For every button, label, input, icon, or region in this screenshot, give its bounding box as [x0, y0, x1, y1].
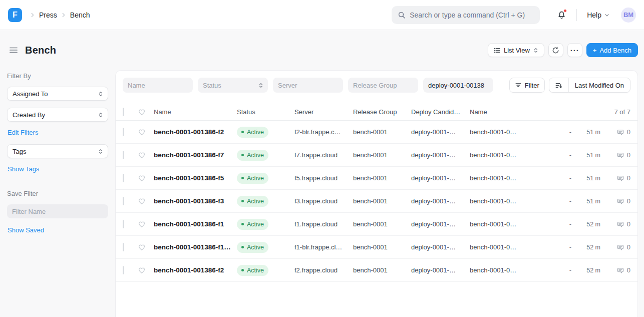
list-view-icon: [493, 47, 501, 54]
deploy-candidate-filter-value[interactable]: deploy-0001-00138: [423, 78, 493, 93]
server-filter-input[interactable]: [273, 78, 343, 93]
bench-name[interactable]: bench-0001-001386-f2: [154, 266, 237, 274]
server-cell: f1-blr.frappe.cl…: [294, 243, 353, 251]
bench-name[interactable]: bench-0001-001386-f2: [154, 128, 237, 136]
notifications-bell-icon[interactable]: [557, 10, 566, 20]
column-header-release-group[interactable]: Release Group: [353, 108, 411, 116]
column-header-name[interactable]: Name: [154, 108, 237, 116]
search-input[interactable]: [410, 11, 534, 19]
status-badge: Active: [237, 265, 268, 276]
deploy-candidate-cell: deploy-0001-…: [411, 128, 470, 136]
favorite-heart-icon[interactable]: [138, 128, 146, 136]
favorite-heart-icon[interactable]: [138, 197, 146, 205]
created-by-select[interactable]: Created By: [7, 108, 108, 122]
table-header-row: Name Status Server Release Group Deploy …: [116, 104, 637, 121]
favorite-heart-icon[interactable]: [138, 243, 146, 251]
name-filter-input[interactable]: [123, 78, 193, 93]
comment-icon: [616, 220, 624, 228]
frappe-logo-icon[interactable]: F: [8, 8, 22, 22]
deploy-candidate-cell: deploy-0001-…: [411, 197, 470, 205]
row-checkbox[interactable]: [123, 151, 124, 159]
filter-button[interactable]: Filter: [509, 78, 545, 93]
row-checkbox[interactable]: [123, 197, 124, 205]
comments-cell[interactable]: 0: [608, 151, 630, 159]
edit-filters-link[interactable]: Edit Filters: [8, 129, 38, 136]
show-saved-link[interactable]: Show Saved: [8, 226, 44, 234]
comments-cell[interactable]: 0: [608, 220, 630, 228]
favorite-heart-icon[interactable]: [138, 266, 146, 274]
status-label: Active: [247, 198, 264, 205]
status-dot-icon: [241, 200, 244, 202]
bench-name[interactable]: bench-0001-001386-f3: [154, 197, 237, 205]
tags-select[interactable]: Tags: [7, 144, 108, 158]
name2-cell: bench-0001-0…: [470, 128, 564, 136]
release-group-cell: bench-0001: [353, 197, 411, 205]
comments-cell[interactable]: 0: [608, 174, 630, 182]
table-row[interactable]: bench-0001-001386-f2 Active f2-blr.frapp…: [116, 121, 637, 144]
empty-value-cell: -: [564, 243, 576, 251]
chevron-updown-icon: [533, 47, 539, 54]
filter-name-input[interactable]: [7, 204, 108, 218]
table-row[interactable]: bench-0001-001386-f3 Active f3.frappe.cl…: [116, 190, 637, 213]
filter-lines-icon: [515, 82, 522, 89]
table-row[interactable]: bench-0001-001386-f2 Active f2.frappe.cl…: [116, 259, 637, 282]
status-filter-select[interactable]: Status: [198, 78, 268, 93]
status-label: Active: [247, 175, 264, 182]
table-filter-bar: Status deploy-0001-00138 Filter: [116, 71, 637, 93]
bench-name[interactable]: bench-0001-001386-f5: [154, 174, 237, 182]
command-search[interactable]: [392, 6, 540, 24]
chevron-updown-icon: [258, 82, 264, 89]
empty-value-cell: -: [564, 220, 576, 228]
name2-cell: bench-0001-0…: [470, 197, 564, 205]
breadcrumb-bench[interactable]: Bench: [70, 11, 90, 19]
comments-cell[interactable]: 0: [608, 128, 630, 136]
comment-icon: [616, 128, 624, 136]
table-row[interactable]: bench-0001-001386-f7 Active f7.frappe.cl…: [116, 144, 637, 167]
avatar[interactable]: BM: [621, 8, 636, 23]
row-checkbox[interactable]: [123, 128, 124, 136]
empty-value-cell: -: [564, 151, 576, 159]
help-label: Help: [587, 11, 601, 19]
more-options-button[interactable]: ···: [567, 43, 582, 57]
status-dot-icon: [241, 246, 244, 248]
modified-time-cell: 51 m: [576, 175, 600, 182]
bench-name[interactable]: bench-0001-001386-f1…: [154, 243, 237, 251]
plus-icon: +: [593, 47, 597, 54]
refresh-button[interactable]: [548, 43, 563, 57]
table-row[interactable]: bench-0001-001386-f5 Active f5.frappe.cl…: [116, 167, 637, 190]
sidebar-toggle-icon[interactable]: [8, 45, 19, 55]
row-checkbox[interactable]: [123, 266, 124, 274]
add-bench-button[interactable]: + Add Bench: [586, 43, 638, 57]
filter-sidebar: Filter By Assigned To Created By Edit Fi…: [0, 70, 115, 317]
row-checkbox[interactable]: [123, 243, 124, 251]
row-checkbox[interactable]: [123, 220, 124, 228]
table-row[interactable]: bench-0001-001386-f1… Active f1-blr.frap…: [116, 236, 637, 259]
release-group-filter-input[interactable]: [348, 78, 418, 93]
view-selector-button[interactable]: List View: [488, 43, 544, 57]
assigned-to-select[interactable]: Assigned To: [7, 87, 108, 101]
comments-cell[interactable]: 0: [608, 266, 630, 274]
column-header-deploy-candidate[interactable]: Deploy Candid…: [411, 108, 470, 116]
breadcrumb-press[interactable]: Press: [39, 11, 57, 19]
show-tags-link[interactable]: Show Tags: [8, 165, 39, 173]
comments-cell[interactable]: 0: [608, 197, 630, 205]
sort-field-button[interactable]: Last Modified On: [568, 78, 630, 92]
favorite-heart-icon[interactable]: [138, 220, 146, 228]
name2-cell: bench-0001-0…: [470, 220, 564, 228]
bench-name[interactable]: bench-0001-001386-f1: [154, 220, 237, 228]
row-checkbox[interactable]: [123, 174, 124, 182]
comments-cell[interactable]: 0: [608, 243, 630, 251]
column-header-status[interactable]: Status: [237, 108, 294, 116]
bench-name[interactable]: bench-0001-001386-f7: [154, 151, 237, 159]
favorite-heart-icon[interactable]: [138, 174, 146, 182]
select-all-checkbox[interactable]: [123, 108, 124, 116]
help-menu[interactable]: Help: [587, 11, 610, 19]
search-icon: [398, 11, 406, 19]
table-row[interactable]: bench-0001-001386-f1 Active f1.frappe.cl…: [116, 213, 637, 236]
chevron-right-icon: [29, 12, 36, 19]
column-header-server[interactable]: Server: [294, 108, 353, 116]
column-header-name2[interactable]: Name: [470, 108, 565, 116]
sort-icon[interactable]: [549, 78, 568, 92]
status-label: Active: [247, 152, 264, 159]
favorite-heart-icon[interactable]: [138, 151, 146, 159]
